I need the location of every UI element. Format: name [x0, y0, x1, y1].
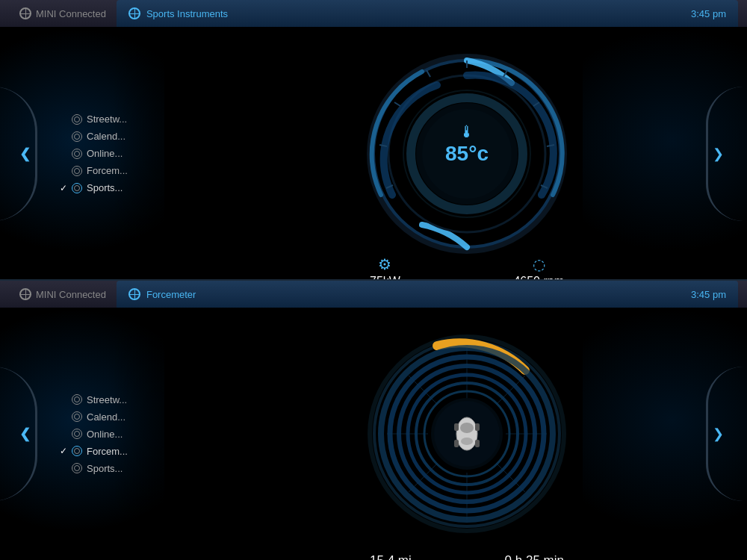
nav-arrow-right-1[interactable]: ❯ [713, 146, 724, 162]
check-mark-6 [60, 394, 67, 405]
item-icon-8 [72, 429, 82, 439]
menu-item-text-streetwise-2: Streetw... [87, 394, 127, 405]
svg-point-35 [456, 417, 477, 450]
menu-item-text-online-2: Online... [87, 429, 123, 440]
mini-connected-tab-2[interactable]: MINI Connected [9, 281, 117, 308]
rpm-icon: ◌ [533, 255, 545, 273]
mini-connected-label-1: MINI Connected [36, 8, 106, 19]
forcemeter-svg [362, 329, 571, 538]
menu-item-streetwise-1[interactable]: Streetw... [60, 111, 128, 128]
panel-sports-instruments: MINI Connected Sports Instruments 3:45 p… [0, 0, 747, 280]
menu-item-text-forcemeter-1: Forcem... [87, 165, 128, 176]
menu-item-calendar-1[interactable]: Calend... [60, 128, 128, 145]
item-icon-4 [72, 166, 82, 176]
active-tab-1[interactable]: Sports Instruments 3:45 pm [117, 0, 738, 27]
mini-connected-tab-1[interactable]: MINI Connected [9, 0, 117, 27]
svg-point-36 [460, 423, 474, 433]
menu-item-forcemeter-1[interactable]: Forcem... [60, 162, 128, 179]
right-arc-1: ❯ [706, 87, 743, 221]
svg-rect-40 [454, 440, 459, 447]
menu-item-text-sports-1: Sports... [87, 182, 123, 193]
header-bar-1: MINI Connected Sports Instruments 3:45 p… [0, 0, 747, 27]
item-icon-3 [72, 149, 82, 159]
check-mark-7 [60, 411, 67, 422]
left-sidebar-1: ❮ Streetw... Calend... Online... [0, 27, 232, 280]
nav-arrow-right-2[interactable]: ❯ [713, 426, 724, 442]
right-arc-2: ❯ [706, 367, 743, 501]
item-icon-10 [72, 463, 82, 473]
active-tab-label-1: Sports Instruments [146, 8, 228, 19]
menu-item-forcemeter-2[interactable]: ✓ Forcem... [60, 443, 128, 460]
engine-icon: ⚙ [378, 255, 391, 273]
item-icon-7 [72, 411, 82, 422]
menu-item-calendar-2[interactable]: Calend... [60, 408, 128, 426]
force-stat-time: 0 h 25 min [505, 553, 564, 560]
nav-arrow-left-2[interactable]: ❮ [19, 426, 31, 442]
svg-line-13 [394, 102, 400, 106]
check-mark-10 [60, 463, 67, 473]
menu-item-streetwise-2[interactable]: Streetw... [60, 391, 128, 408]
gauge-stat-rpm: ◌ 4650 rpm [513, 255, 564, 281]
svg-rect-41 [475, 440, 480, 447]
force-time-value: 0 h 25 min [505, 553, 564, 560]
check-mark-5: ✓ [60, 183, 67, 193]
item-icon-2 [72, 131, 82, 142]
check-mark-4 [60, 166, 67, 176]
nav-arrow-left-1[interactable]: ❮ [19, 146, 31, 162]
svg-rect-39 [475, 423, 480, 431]
header-bar-2: MINI Connected Forcemeter 3:45 pm [0, 281, 747, 308]
svg-point-37 [461, 438, 473, 445]
menu-item-text-forcemeter-2: Forcem... [87, 446, 128, 457]
header-time-2: 3:45 pm [691, 289, 726, 300]
menu-item-text-online-1: Online... [87, 148, 123, 159]
check-mark-9: ✓ [60, 446, 67, 456]
force-bottom-info: 15.4 mi 0 h 25 min [362, 553, 571, 560]
check-mark-3 [60, 149, 67, 159]
menu-item-sports-2[interactable]: Sports... [60, 460, 128, 477]
item-icon-6 [72, 394, 82, 405]
item-icon-5 [72, 183, 82, 193]
menu-item-sports-1[interactable]: ✓ Sports... [60, 179, 128, 196]
active-tab-2[interactable]: Forcemeter 3:45 pm [117, 281, 738, 308]
force-stat-distance: 15.4 mi [370, 553, 412, 560]
mini-connected-label-2: MINI Connected [36, 289, 106, 300]
forcemeter-gauge: 15.4 mi 0 h 25 min [362, 329, 571, 538]
gauge-bottom-info-1: ⚙ 75kW ◌ 4650 rpm [362, 255, 571, 281]
menu-item-online-2[interactable]: Online... [60, 426, 128, 443]
left-arc-1: ❮ [0, 87, 37, 221]
panel-forcemeter: MINI Connected Forcemeter 3:45 pm ❮ Stre… [0, 280, 747, 560]
header-time-1: 3:45 pm [691, 8, 726, 19]
globe-icon-active-2 [128, 288, 140, 300]
active-tab-label-2: Forcemeter [146, 289, 196, 300]
center-display-1: 🌡 85°c ⚙ 75kW ◌ 4650 rpm [232, 27, 702, 280]
gauge-temperature: 85°c [445, 142, 489, 166]
svg-rect-38 [454, 423, 459, 431]
left-arc-2: ❮ [0, 367, 37, 501]
globe-icon-2 [19, 288, 31, 300]
instrument-gauge-1: 🌡 85°c ⚙ 75kW ◌ 4650 rpm [362, 49, 571, 258]
center-display-2: 15.4 mi 0 h 25 min [232, 308, 702, 560]
menu-item-text-calendar-1: Calend... [87, 131, 125, 142]
menu-item-text-streetwise-1: Streetw... [87, 113, 127, 125]
globe-icon-1 [19, 7, 31, 19]
globe-icon-active-1 [128, 7, 140, 19]
svg-text:🌡: 🌡 [459, 122, 475, 141]
check-mark-8 [60, 429, 67, 439]
gauge-stat-power: ⚙ 75kW [370, 255, 400, 281]
gauge-center-text-1: 85°c [445, 142, 489, 166]
check-mark-1 [60, 114, 67, 125]
left-sidebar-2: ❮ Streetw... Calend... Online... ✓ [0, 308, 232, 560]
menu-item-text-calendar-2: Calend... [87, 411, 125, 423]
force-distance-value: 15.4 mi [370, 553, 412, 560]
item-icon-9 [72, 446, 82, 456]
right-arrow-area-2: ❯ [702, 308, 747, 560]
check-mark-2 [60, 131, 67, 142]
item-icon-1 [72, 114, 82, 125]
menu-item-online-1[interactable]: Online... [60, 145, 128, 162]
right-arrow-area-1: ❯ [702, 27, 747, 280]
svg-line-12 [427, 70, 430, 77]
menu-item-text-sports-2: Sports... [87, 463, 123, 474]
